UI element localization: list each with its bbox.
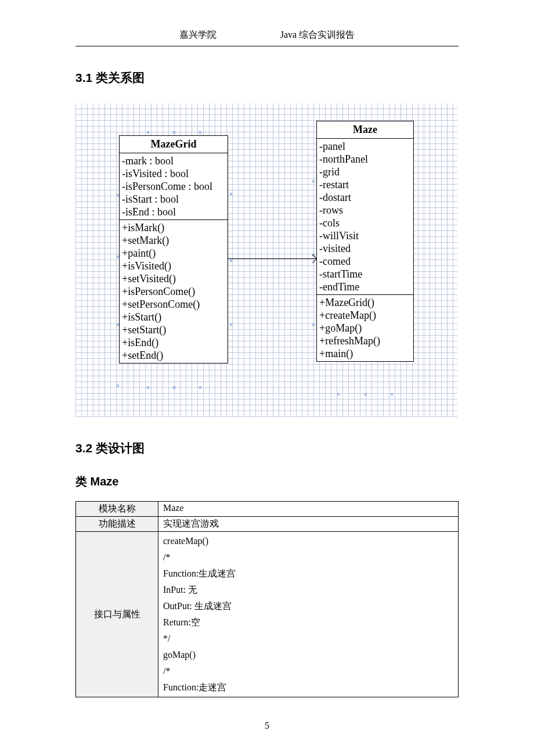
- code-line: /*: [163, 663, 453, 679]
- uml-op: +MazeGrid(): [319, 296, 411, 309]
- uml-attr: -grid: [319, 165, 411, 178]
- uml-op: +refreshMap(): [319, 334, 411, 347]
- page-number: 5: [75, 721, 459, 731]
- uml-diagram: × × × × × × × × × × × × × × × × × × × × …: [75, 103, 457, 417]
- uml-op: +setMark(): [122, 234, 225, 247]
- uml-op: +goMap(): [319, 322, 411, 334]
- edit-handle-icon: ×: [197, 384, 203, 391]
- code-line: Function:生成迷宫: [163, 566, 453, 582]
- module-name-label: 模块名称: [76, 502, 158, 517]
- uml-attr: -endTime: [319, 280, 411, 293]
- page-header: 嘉兴学院 Java 综合实训报告: [75, 29, 459, 46]
- uml-op: +isMark(): [122, 221, 225, 234]
- uml-op: +createMap(): [319, 309, 411, 322]
- class-title: Maze: [317, 121, 413, 139]
- section-3-2-heading: 3.2 类设计图: [75, 440, 459, 456]
- edit-handle-icon: ×: [228, 190, 234, 197]
- uml-op: +isStart(): [122, 311, 225, 323]
- section-3-1-heading: 3.1 类关系图: [75, 70, 459, 86]
- edit-handle-icon: ×: [145, 384, 151, 391]
- class-design-table: 模块名称 Maze 功能描述 实现迷宫游戏 接口与属性 createMap() …: [75, 501, 459, 697]
- edit-handle-icon: ×: [311, 178, 316, 185]
- uml-attr: -visited: [319, 242, 411, 255]
- class-title: MazeGrid: [120, 136, 228, 153]
- operations-section: +MazeGrid() +createMap() +goMap() +refre…: [317, 295, 413, 361]
- attributes-section: -panel -northPanel -grid -restart -dosta…: [317, 139, 413, 295]
- uml-attr: -isEnd : bool: [122, 206, 225, 218]
- uml-attr: -panel: [319, 140, 411, 153]
- uml-op: +setVisited(): [122, 272, 225, 285]
- uml-class-mazegrid: MazeGrid -mark : bool -isVisited : bool …: [119, 135, 228, 363]
- uml-attr: -mark : bool: [122, 154, 225, 167]
- uml-op: +isPersonCome(): [122, 285, 225, 298]
- uml-op: +setStart(): [122, 323, 225, 336]
- code-line: */: [163, 631, 453, 647]
- function-desc-label: 功能描述: [76, 517, 158, 532]
- document-page: 嘉兴学院 Java 综合实训报告 3.1 类关系图 × × × × × × × …: [0, 0, 534, 748]
- uml-attr: -dostart: [319, 191, 411, 204]
- uml-op: +isEnd(): [122, 336, 225, 349]
- uml-attr: -comed: [319, 255, 411, 268]
- code-line: /*: [163, 549, 453, 566]
- uml-op: +paint(): [122, 247, 225, 260]
- code-line: InPut: 无: [163, 582, 453, 598]
- uml-op: +setEnd(): [122, 349, 225, 362]
- operations-section: +isMark() +setMark() +paint() +isVisited…: [120, 220, 228, 363]
- code-line: createMap(): [163, 533, 453, 549]
- uml-attr: -isPersonCome : bool: [122, 180, 225, 193]
- edit-handle-icon: ×: [335, 391, 341, 398]
- uml-op: +main(): [319, 347, 411, 360]
- uml-attr: -isVisited : bool: [122, 167, 225, 180]
- module-name-value: Maze: [158, 502, 459, 517]
- function-desc-value: 实现迷宫游戏: [158, 517, 459, 532]
- edit-handle-icon: ×: [115, 382, 121, 389]
- attributes-section: -mark : bool -isVisited : bool -isPerson…: [120, 153, 228, 220]
- uml-attr: -cols: [319, 217, 411, 229]
- uml-attr: -startTime: [319, 268, 411, 280]
- uml-op: +setPersonCome(): [122, 298, 225, 311]
- code-line: Function:走迷宫: [163, 679, 453, 696]
- edit-handle-icon: ×: [311, 321, 316, 328]
- code-line: OutPut: 生成迷宫: [163, 598, 453, 614]
- header-left: 嘉兴学院: [179, 29, 217, 41]
- uml-attr: -rows: [319, 204, 411, 217]
- uml-attr: -isStart : bool: [122, 193, 225, 206]
- code-line: goMap(): [163, 647, 453, 663]
- uml-attr: -restart: [319, 178, 411, 191]
- code-line: Return:空: [163, 614, 453, 631]
- edit-handle-icon: ×: [228, 321, 234, 328]
- uml-class-maze: Maze -panel -northPanel -grid -restart -…: [316, 121, 414, 362]
- uml-attr: -willVisit: [319, 229, 411, 242]
- uml-attr: -northPanel: [319, 153, 411, 165]
- edit-handle-icon: ×: [389, 391, 395, 398]
- interface-attr-label: 接口与属性: [76, 532, 158, 697]
- header-right: Java 综合实训报告: [280, 29, 355, 41]
- edit-handle-icon: ×: [363, 391, 369, 398]
- interface-attr-value: createMap() /* Function:生成迷宫 InPut: 无 Ou…: [158, 532, 459, 697]
- class-maze-heading: 类 Maze: [75, 474, 459, 489]
- uml-op: +isVisited(): [122, 260, 225, 272]
- edit-handle-icon: ×: [171, 384, 177, 391]
